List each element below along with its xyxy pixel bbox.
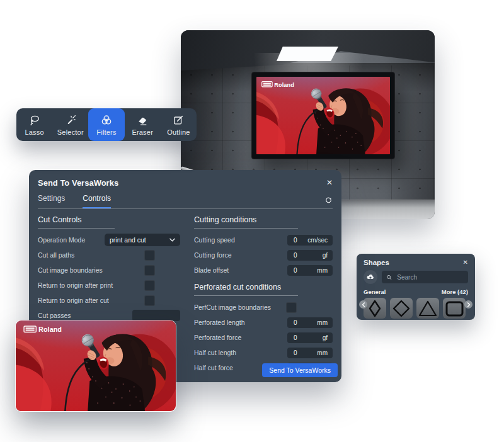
field-row-perforated-length: Perforated length 0 mm [194, 317, 333, 327]
tab-controls[interactable]: Controls [83, 194, 111, 208]
shape-tiles [364, 298, 468, 319]
field-label: Cut image boundaries [38, 266, 103, 274]
cloud-upload-button[interactable] [364, 270, 377, 284]
shape-tile-thin-diamond[interactable] [364, 298, 386, 319]
field-row-cut-image-boundaries: Cut image boundaries [38, 265, 180, 275]
field-label: Cut passes [38, 312, 71, 319]
tool-label: Filters [96, 128, 116, 136]
checkbox-return-origin-cut[interactable] [144, 295, 155, 306]
input-value: 0 [294, 267, 297, 274]
half-cut-length-input[interactable]: 0 mm [287, 348, 333, 358]
chevron-left-icon[interactable] [359, 300, 367, 309]
field-row-cut-passes: Cut passes [38, 310, 180, 320]
field-label: Cutting force [194, 251, 232, 259]
close-icon[interactable]: ✕ [326, 179, 333, 186]
tools-toolbar: Lasso Selector Filters Eraser Outline [16, 108, 197, 141]
chevron-right-icon[interactable] [464, 300, 472, 309]
field-row-return-origin-print: Return to origin after print [38, 280, 180, 290]
field-row-perforated-force: Perforated force 0 gf [194, 332, 333, 343]
field-row-cut-all-paths: Cut all paths [38, 250, 180, 260]
input-value: 0 [294, 349, 297, 356]
refresh-icon[interactable] [324, 196, 333, 208]
input-unit: mm [317, 267, 328, 274]
checkbox-cut-all-paths[interactable] [144, 250, 155, 261]
input-unit: mm [317, 319, 328, 326]
dialog-tabs: Settings Controls [38, 194, 333, 209]
shapes-panel: Shapes ✕ General More (42) [357, 254, 475, 320]
display-screen [256, 77, 390, 154]
search-input[interactable] [396, 273, 464, 281]
field-label: Operation Mode [38, 236, 85, 244]
category-label: General [364, 288, 386, 295]
tool-label: Lasso [25, 128, 43, 136]
dialog-title: Send To VersaWorks [38, 178, 118, 188]
input-unit: gf [323, 334, 328, 341]
magic-wand-icon [64, 114, 77, 127]
field-label: Perforated length [194, 319, 245, 326]
field-label: Half cut force [194, 364, 233, 371]
tool-label: Outline [167, 128, 190, 136]
field-label: PerfCut image boundaries [194, 303, 271, 311]
search-icon [386, 274, 392, 281]
blade-offset-input[interactable]: 0 mm [287, 265, 333, 276]
input-value: 0 [294, 237, 297, 244]
input-value: 0 [294, 319, 297, 326]
input-value: 0 [294, 334, 297, 341]
operation-mode-select[interactable]: print and cut [105, 234, 180, 246]
checkbox-perfcut-boundaries[interactable] [286, 302, 297, 313]
eraser-icon [136, 114, 149, 127]
field-row-perfcut-boundaries: PerfCut image boundaries [194, 302, 333, 312]
tool-label: Selector [57, 128, 84, 136]
field-row-operation-mode: Operation Mode print and cut [38, 235, 180, 245]
shape-tile-triangle[interactable] [416, 298, 439, 319]
wall-mounted-display [251, 72, 395, 159]
close-icon[interactable]: ✕ [463, 259, 468, 266]
field-label: Cut all paths [38, 251, 74, 259]
section-title-perforated: Perforated cut conditions [194, 283, 298, 296]
field-row-half-cut-length: Half cut length 0 mm [194, 348, 333, 358]
checkbox-return-origin-print[interactable] [144, 280, 155, 291]
field-row-cutting-speed: Cutting speed 0 cm/sec [194, 235, 333, 245]
cloud-upload-icon [366, 273, 375, 281]
search-box[interactable] [382, 271, 468, 283]
lasso-icon [28, 114, 41, 127]
field-row-blade-offset: Blade offset 0 mm [194, 265, 333, 275]
cutting-conditions-column: Cutting conditions Cutting speed 0 cm/se… [194, 215, 333, 378]
input-unit: mm [317, 349, 328, 356]
field-label: Cutting speed [194, 236, 235, 244]
input-unit: cm/sec [307, 237, 328, 244]
send-to-versaworks-button[interactable]: Send To VersaWorks [262, 363, 338, 377]
field-label: Perforated force [194, 334, 241, 341]
shape-tile-diamond[interactable] [390, 298, 413, 319]
checkbox-cut-image-boundaries[interactable] [144, 265, 155, 276]
input-unit: gf [323, 252, 328, 259]
field-label: Return to origin after print [38, 281, 113, 289]
artwork-card [15, 320, 176, 412]
tool-label: Eraser [132, 128, 153, 136]
field-label: Return to origin after cut [38, 297, 109, 304]
perforated-length-input[interactable]: 0 mm [287, 317, 333, 328]
section-title-cutting-conditions: Cutting conditions [194, 215, 298, 229]
section-title-cut-controls: Cut Controls [38, 215, 115, 229]
operation-mode-value: print and cut [110, 236, 146, 244]
tool-eraser[interactable]: Eraser [125, 108, 161, 141]
tab-settings[interactable]: Settings [38, 194, 65, 208]
outline-edit-icon [172, 114, 185, 127]
shape-tile-rounded-rectangle[interactable] [443, 298, 466, 319]
cutting-force-input[interactable]: 0 gf [287, 250, 333, 261]
field-row-cutting-force: Cutting force 0 gf [194, 250, 333, 260]
shapes-panel-title: Shapes [364, 259, 389, 266]
chevron-down-icon [169, 238, 175, 242]
input-value: 0 [294, 252, 297, 259]
field-label: Half cut length [194, 349, 236, 356]
perforated-force-input[interactable]: 0 gf [287, 332, 333, 343]
field-label: Blade offset [194, 266, 229, 274]
cutting-speed-input[interactable]: 0 cm/sec [287, 235, 333, 246]
tool-selector[interactable]: Selector [52, 108, 88, 141]
more-link[interactable]: More (42) [442, 288, 468, 295]
filters-venn-icon [100, 114, 113, 127]
tool-filters[interactable]: Filters [88, 108, 124, 141]
tool-outline[interactable]: Outline [161, 108, 197, 141]
field-row-return-origin-cut: Return to origin after cut [38, 295, 180, 305]
tool-lasso[interactable]: Lasso [16, 108, 52, 141]
